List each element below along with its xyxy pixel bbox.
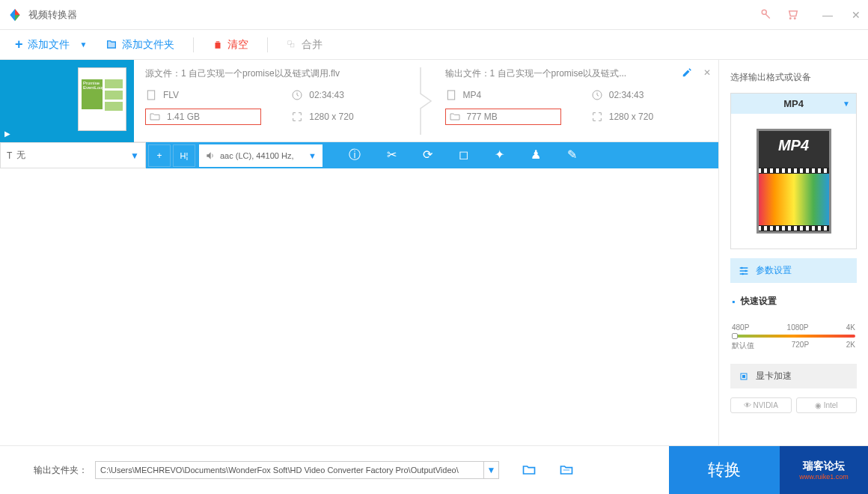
h-icon: H¦: [180, 151, 189, 160]
file-row: Promise EventLoop ▶ 源文件：1 自己实现一个promise以…: [0, 60, 718, 142]
plus-icon: +: [156, 150, 162, 161]
svg-rect-4: [447, 91, 454, 100]
bullet-icon: ▪: [732, 296, 735, 307]
q-default: 默认值: [732, 341, 754, 351]
close-button[interactable]: ✕: [852, 9, 861, 21]
open-folder-icon[interactable]: [559, 463, 574, 478]
q-2k: 2K: [846, 341, 855, 351]
add-file-label: 添加文件: [28, 38, 70, 52]
svg-point-6: [741, 266, 743, 269]
add-subtitle-button[interactable]: +: [148, 144, 171, 167]
rotate-icon[interactable]: ⟳: [423, 147, 433, 163]
file-info: 源文件：1 自己实现一个promise以及链式调用.flv FLV 02:34:…: [134, 60, 718, 141]
format-preview: MP4: [731, 114, 856, 248]
q-720: 720P: [792, 341, 809, 351]
remove-file-icon[interactable]: ✕: [703, 67, 711, 78]
key-icon[interactable]: [758, 8, 771, 22]
parameter-settings-button[interactable]: 参数设置: [730, 258, 857, 283]
info-icon[interactable]: ⓘ: [349, 147, 361, 163]
minimize-button[interactable]: —: [822, 9, 833, 21]
folder-icon: [149, 111, 161, 123]
resolution-icon: [591, 111, 603, 123]
source-format: FLV: [145, 89, 261, 101]
slider-handle[interactable]: [732, 333, 738, 339]
main-toolbar: + 添加文件 ▼ 添加文件夹 清空 合并: [0, 30, 868, 60]
effects-icon[interactable]: ✦: [495, 147, 504, 163]
audio-track-select[interactable]: aac (LC), 44100 Hz, ▼: [199, 144, 323, 167]
gpu-accel-button[interactable]: 显卡加速: [730, 364, 857, 388]
output-resolution: 1280 x 720: [591, 109, 707, 125]
brush-icon[interactable]: ✎: [567, 147, 577, 163]
title-actions: [758, 8, 800, 22]
params-label: 参数设置: [756, 264, 792, 277]
source-file-label: 源文件：1 自己实现一个promise以及链式调用.flv: [145, 67, 408, 80]
add-folder-label: 添加文件夹: [122, 38, 174, 52]
hardcode-subtitle-button[interactable]: H¦: [173, 144, 195, 167]
q-4k: 4K: [846, 323, 855, 332]
output-duration: 02:34:43: [591, 89, 707, 101]
file-list-area: Promise EventLoop ▶ 源文件：1 自己实现一个promise以…: [0, 60, 718, 445]
crop-icon[interactable]: ◻: [459, 147, 468, 163]
chevron-down-icon: ▼: [130, 150, 139, 161]
output-format-card[interactable]: MP4 ▼ MP4: [730, 93, 857, 249]
watermark-icon[interactable]: ♟: [531, 147, 541, 163]
edit-toolbar: T 无 ▼ + H¦ aac (LC), 44100 Hz, ▼ ⓘ ✂ ⟳ ◻…: [0, 142, 718, 168]
source-resolution: 1280 x 720: [291, 109, 407, 125]
q-1080: 1080P: [787, 323, 809, 332]
quality-slider[interactable]: 480P 1080P 4K 默认值 720P 2K: [730, 320, 857, 355]
chevron-down-icon: ▼: [843, 100, 850, 108]
slider-track[interactable]: [732, 335, 855, 338]
chip-icon: [738, 370, 750, 382]
cart-icon[interactable]: [786, 8, 800, 22]
plus-icon: +: [15, 37, 23, 52]
source-info: 源文件：1 自己实现一个promise以及链式调用.flv FLV 02:34:…: [134, 60, 419, 141]
app-logo-icon: [7, 7, 22, 22]
subtitle-select[interactable]: T 无 ▼: [0, 142, 146, 168]
bottom-bar: 输出文件夹： ▼ 转换 瑞客论坛 www.ruike1.com: [0, 445, 868, 494]
browse-folder-icon[interactable]: [522, 463, 537, 478]
add-folder-button[interactable]: 添加文件夹: [106, 38, 174, 52]
folder-plus-icon: [106, 39, 117, 51]
merge-button: 合并: [287, 38, 323, 52]
svg-rect-0: [288, 40, 292, 44]
quick-settings-header: ▪ 快速设置: [730, 292, 857, 311]
output-path-input[interactable]: [95, 461, 484, 479]
svg-rect-2: [147, 91, 154, 100]
video-thumbnail[interactable]: Promise EventLoop ▶: [0, 60, 134, 142]
intel-badge: ◉ Intel: [796, 397, 858, 413]
file-icon: [445, 89, 457, 101]
output-format: MP4: [445, 89, 561, 101]
add-file-button[interactable]: + 添加文件 ▼: [15, 37, 87, 52]
format-value: MP4: [783, 98, 804, 109]
cut-icon[interactable]: ✂: [387, 147, 397, 163]
format-dropdown[interactable]: MP4 ▼: [731, 94, 856, 114]
svg-point-8: [742, 272, 744, 275]
app-title: 视频转换器: [28, 8, 758, 22]
svg-rect-1: [291, 43, 295, 47]
chevron-down-icon: ▼: [308, 151, 317, 160]
wm-url: www.ruike1.com: [799, 473, 849, 481]
clear-button[interactable]: 清空: [213, 38, 248, 52]
convert-button[interactable]: 转换: [669, 446, 780, 495]
nvidia-badge: 👁 NVIDIA: [730, 397, 792, 413]
subtitle-value: 无: [16, 149, 25, 162]
main-area: Promise EventLoop ▶ 源文件：1 自己实现一个promise以…: [0, 60, 868, 445]
dropdown-arrow-icon[interactable]: ▼: [80, 40, 88, 49]
quick-label: 快速设置: [741, 295, 777, 308]
thumb-doc-preview: Promise EventLoop: [82, 79, 103, 109]
output-folder-label: 输出文件夹：: [34, 464, 88, 477]
folder-icon: [449, 111, 461, 123]
resolution-icon: [291, 111, 303, 123]
mp4-label: MP4: [759, 137, 829, 154]
file-icon: [145, 89, 157, 101]
source-duration: 02:34:43: [291, 89, 407, 101]
speaker-icon: [205, 150, 216, 161]
path-dropdown-button[interactable]: ▼: [484, 461, 499, 479]
edit-pencil-icon[interactable]: [682, 67, 692, 78]
clear-label: 清空: [227, 38, 248, 52]
merge-icon: [287, 40, 297, 50]
play-icon: ▶: [4, 129, 10, 138]
film-strip-icon: [757, 168, 831, 231]
merge-label: 合并: [302, 38, 323, 52]
audio-value: aac (LC), 44100 Hz,: [220, 151, 293, 160]
